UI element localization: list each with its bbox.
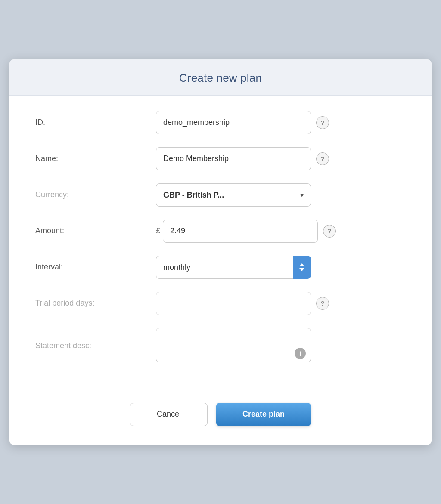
interval-arrow-box[interactable] [293, 256, 311, 279]
trial-input-wrapper: ? [156, 292, 406, 315]
currency-label: Currency: [35, 190, 156, 199]
interval-label: Interval: [35, 263, 156, 272]
statement-input[interactable] [156, 328, 311, 362]
id-input-wrapper: ? [156, 111, 406, 134]
svg-marker-1 [299, 268, 304, 271]
name-help-button[interactable]: ? [316, 152, 329, 165]
svg-marker-0 [299, 263, 304, 266]
name-label: Name: [35, 154, 156, 163]
statement-row: Statement desc: i [35, 328, 406, 364]
trial-label: Trial period days: [35, 299, 156, 308]
statement-input-wrapper: i [156, 328, 406, 364]
amount-row: Amount: £ ? [35, 220, 406, 243]
id-row: ID: ? [35, 111, 406, 134]
id-label: ID: [35, 118, 156, 127]
amount-label: Amount: [35, 226, 156, 235]
statement-field-wrapper: i [156, 328, 311, 364]
statement-info-icon[interactable]: i [295, 348, 306, 359]
cancel-button[interactable]: Cancel [130, 403, 208, 426]
dialog-title: Create new plan [27, 71, 414, 85]
dialog-footer: Cancel Create plan [9, 396, 432, 445]
currency-select-wrapper: GBP - British P... USD - US Dollar EUR -… [156, 183, 311, 207]
trial-help-button[interactable]: ? [316, 297, 329, 310]
dialog-body: ID: ? Name: ? Currency: GBP - British P.… [9, 96, 432, 396]
currency-select[interactable]: GBP - British P... USD - US Dollar EUR -… [156, 183, 311, 207]
amount-help-button[interactable]: ? [323, 225, 336, 238]
name-input[interactable] [156, 147, 311, 170]
name-row: Name: ? [35, 147, 406, 170]
statement-label: Statement desc: [35, 341, 156, 350]
amount-input-wrapper: £ ? [156, 220, 406, 243]
dialog-header: Create new plan [9, 59, 432, 96]
trial-row: Trial period days: ? [35, 292, 406, 315]
currency-prefix: £ [156, 226, 160, 235]
create-plan-dialog: Create new plan ID: ? Name: ? Currency: [9, 59, 432, 445]
interval-arrows-icon [298, 263, 306, 272]
id-help-button[interactable]: ? [316, 116, 329, 129]
interval-select[interactable]: daily weekly monthly yearly [156, 256, 293, 279]
create-plan-button[interactable]: Create plan [216, 403, 311, 426]
id-input[interactable] [156, 111, 311, 134]
name-input-wrapper: ? [156, 147, 406, 170]
interval-row: Interval: daily weekly monthly yearly [35, 256, 406, 279]
interval-select-wrapper: daily weekly monthly yearly [156, 256, 311, 279]
currency-input-wrapper: GBP - British P... USD - US Dollar EUR -… [156, 183, 406, 207]
amount-input[interactable] [163, 220, 318, 243]
interval-input-wrapper: daily weekly monthly yearly [156, 256, 406, 279]
currency-row: Currency: GBP - British P... USD - US Do… [35, 183, 406, 207]
trial-input[interactable] [156, 292, 311, 315]
